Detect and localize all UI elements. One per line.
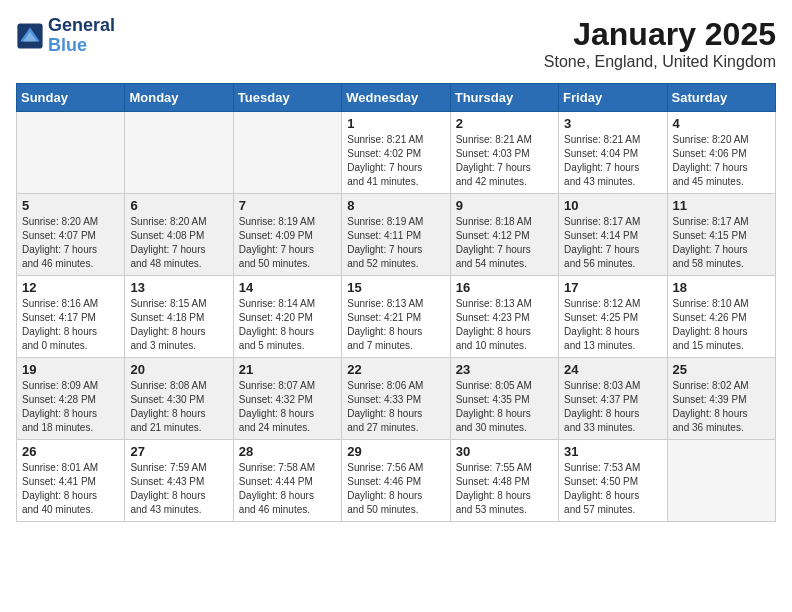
day-number: 14: [239, 280, 336, 295]
day-number: 8: [347, 198, 444, 213]
day-info: Sunrise: 7:59 AM Sunset: 4:43 PM Dayligh…: [130, 461, 227, 517]
day-number: 17: [564, 280, 661, 295]
day-number: 20: [130, 362, 227, 377]
day-info: Sunrise: 8:18 AM Sunset: 4:12 PM Dayligh…: [456, 215, 553, 271]
calendar-cell: 22Sunrise: 8:06 AM Sunset: 4:33 PM Dayli…: [342, 358, 450, 440]
day-number: 27: [130, 444, 227, 459]
day-number: 5: [22, 198, 119, 213]
day-info: Sunrise: 8:17 AM Sunset: 4:15 PM Dayligh…: [673, 215, 770, 271]
day-info: Sunrise: 8:06 AM Sunset: 4:33 PM Dayligh…: [347, 379, 444, 435]
calendar-cell: 30Sunrise: 7:55 AM Sunset: 4:48 PM Dayli…: [450, 440, 558, 522]
day-info: Sunrise: 8:21 AM Sunset: 4:03 PM Dayligh…: [456, 133, 553, 189]
day-info: Sunrise: 8:02 AM Sunset: 4:39 PM Dayligh…: [673, 379, 770, 435]
week-row-3: 12Sunrise: 8:16 AM Sunset: 4:17 PM Dayli…: [17, 276, 776, 358]
logo-line2: Blue: [48, 35, 87, 55]
calendar-cell: 23Sunrise: 8:05 AM Sunset: 4:35 PM Dayli…: [450, 358, 558, 440]
weekday-header-row: SundayMondayTuesdayWednesdayThursdayFrid…: [17, 84, 776, 112]
logo: General Blue: [16, 16, 115, 56]
day-number: 10: [564, 198, 661, 213]
day-number: 3: [564, 116, 661, 131]
calendar-cell: [125, 112, 233, 194]
calendar-cell: 12Sunrise: 8:16 AM Sunset: 4:17 PM Dayli…: [17, 276, 125, 358]
day-number: 23: [456, 362, 553, 377]
day-number: 4: [673, 116, 770, 131]
page-header: General Blue January 2025 Stone, England…: [16, 16, 776, 71]
calendar-cell: [667, 440, 775, 522]
calendar-cell: 5Sunrise: 8:20 AM Sunset: 4:07 PM Daylig…: [17, 194, 125, 276]
day-number: 7: [239, 198, 336, 213]
day-number: 1: [347, 116, 444, 131]
weekday-header-saturday: Saturday: [667, 84, 775, 112]
calendar-subtitle: Stone, England, United Kingdom: [544, 53, 776, 71]
day-info: Sunrise: 8:20 AM Sunset: 4:07 PM Dayligh…: [22, 215, 119, 271]
day-info: Sunrise: 8:21 AM Sunset: 4:02 PM Dayligh…: [347, 133, 444, 189]
day-number: 18: [673, 280, 770, 295]
day-number: 6: [130, 198, 227, 213]
calendar-cell: [17, 112, 125, 194]
calendar-cell: 2Sunrise: 8:21 AM Sunset: 4:03 PM Daylig…: [450, 112, 558, 194]
day-number: 26: [22, 444, 119, 459]
week-row-2: 5Sunrise: 8:20 AM Sunset: 4:07 PM Daylig…: [17, 194, 776, 276]
day-info: Sunrise: 8:05 AM Sunset: 4:35 PM Dayligh…: [456, 379, 553, 435]
day-number: 11: [673, 198, 770, 213]
day-number: 30: [456, 444, 553, 459]
day-number: 2: [456, 116, 553, 131]
day-info: Sunrise: 7:58 AM Sunset: 4:44 PM Dayligh…: [239, 461, 336, 517]
day-info: Sunrise: 8:03 AM Sunset: 4:37 PM Dayligh…: [564, 379, 661, 435]
day-info: Sunrise: 7:56 AM Sunset: 4:46 PM Dayligh…: [347, 461, 444, 517]
day-number: 15: [347, 280, 444, 295]
calendar-cell: 29Sunrise: 7:56 AM Sunset: 4:46 PM Dayli…: [342, 440, 450, 522]
day-info: Sunrise: 8:13 AM Sunset: 4:23 PM Dayligh…: [456, 297, 553, 353]
day-number: 16: [456, 280, 553, 295]
weekday-header-friday: Friday: [559, 84, 667, 112]
day-info: Sunrise: 8:14 AM Sunset: 4:20 PM Dayligh…: [239, 297, 336, 353]
calendar-cell: 26Sunrise: 8:01 AM Sunset: 4:41 PM Dayli…: [17, 440, 125, 522]
calendar-cell: 18Sunrise: 8:10 AM Sunset: 4:26 PM Dayli…: [667, 276, 775, 358]
day-info: Sunrise: 8:16 AM Sunset: 4:17 PM Dayligh…: [22, 297, 119, 353]
calendar-cell: 24Sunrise: 8:03 AM Sunset: 4:37 PM Dayli…: [559, 358, 667, 440]
calendar-cell: 21Sunrise: 8:07 AM Sunset: 4:32 PM Dayli…: [233, 358, 341, 440]
calendar-cell: 11Sunrise: 8:17 AM Sunset: 4:15 PM Dayli…: [667, 194, 775, 276]
calendar-cell: 16Sunrise: 8:13 AM Sunset: 4:23 PM Dayli…: [450, 276, 558, 358]
day-info: Sunrise: 8:07 AM Sunset: 4:32 PM Dayligh…: [239, 379, 336, 435]
day-info: Sunrise: 7:55 AM Sunset: 4:48 PM Dayligh…: [456, 461, 553, 517]
day-number: 19: [22, 362, 119, 377]
calendar-cell: 7Sunrise: 8:19 AM Sunset: 4:09 PM Daylig…: [233, 194, 341, 276]
day-number: 29: [347, 444, 444, 459]
calendar-cell: 14Sunrise: 8:14 AM Sunset: 4:20 PM Dayli…: [233, 276, 341, 358]
day-number: 22: [347, 362, 444, 377]
day-info: Sunrise: 8:21 AM Sunset: 4:04 PM Dayligh…: [564, 133, 661, 189]
week-row-1: 1Sunrise: 8:21 AM Sunset: 4:02 PM Daylig…: [17, 112, 776, 194]
day-number: 28: [239, 444, 336, 459]
day-info: Sunrise: 8:13 AM Sunset: 4:21 PM Dayligh…: [347, 297, 444, 353]
day-number: 12: [22, 280, 119, 295]
day-info: Sunrise: 8:17 AM Sunset: 4:14 PM Dayligh…: [564, 215, 661, 271]
day-info: Sunrise: 7:53 AM Sunset: 4:50 PM Dayligh…: [564, 461, 661, 517]
calendar-cell: 10Sunrise: 8:17 AM Sunset: 4:14 PM Dayli…: [559, 194, 667, 276]
weekday-header-monday: Monday: [125, 84, 233, 112]
day-info: Sunrise: 8:12 AM Sunset: 4:25 PM Dayligh…: [564, 297, 661, 353]
week-row-5: 26Sunrise: 8:01 AM Sunset: 4:41 PM Dayli…: [17, 440, 776, 522]
logo-icon: [16, 22, 44, 50]
calendar-cell: 6Sunrise: 8:20 AM Sunset: 4:08 PM Daylig…: [125, 194, 233, 276]
title-block: January 2025 Stone, England, United King…: [544, 16, 776, 71]
calendar-cell: [233, 112, 341, 194]
day-info: Sunrise: 8:01 AM Sunset: 4:41 PM Dayligh…: [22, 461, 119, 517]
calendar-cell: 19Sunrise: 8:09 AM Sunset: 4:28 PM Dayli…: [17, 358, 125, 440]
calendar-cell: 3Sunrise: 8:21 AM Sunset: 4:04 PM Daylig…: [559, 112, 667, 194]
day-number: 21: [239, 362, 336, 377]
calendar-cell: 31Sunrise: 7:53 AM Sunset: 4:50 PM Dayli…: [559, 440, 667, 522]
calendar-cell: 4Sunrise: 8:20 AM Sunset: 4:06 PM Daylig…: [667, 112, 775, 194]
day-number: 9: [456, 198, 553, 213]
weekday-header-wednesday: Wednesday: [342, 84, 450, 112]
day-number: 13: [130, 280, 227, 295]
calendar-cell: 13Sunrise: 8:15 AM Sunset: 4:18 PM Dayli…: [125, 276, 233, 358]
calendar-cell: 27Sunrise: 7:59 AM Sunset: 4:43 PM Dayli…: [125, 440, 233, 522]
day-info: Sunrise: 8:15 AM Sunset: 4:18 PM Dayligh…: [130, 297, 227, 353]
weekday-header-sunday: Sunday: [17, 84, 125, 112]
day-info: Sunrise: 8:10 AM Sunset: 4:26 PM Dayligh…: [673, 297, 770, 353]
day-info: Sunrise: 8:20 AM Sunset: 4:08 PM Dayligh…: [130, 215, 227, 271]
day-info: Sunrise: 8:19 AM Sunset: 4:09 PM Dayligh…: [239, 215, 336, 271]
calendar-cell: 9Sunrise: 8:18 AM Sunset: 4:12 PM Daylig…: [450, 194, 558, 276]
day-number: 31: [564, 444, 661, 459]
